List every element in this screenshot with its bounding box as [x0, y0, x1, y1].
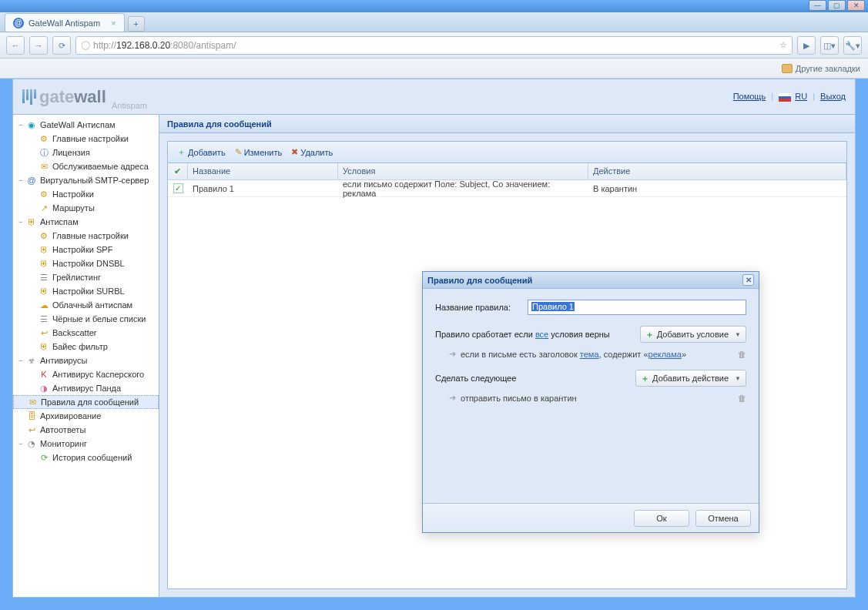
add-condition-button[interactable]: ＋ Добавить условие ▼	[640, 326, 746, 343]
tree-node-icon: ☰	[38, 313, 50, 325]
tree-toggle-icon[interactable]: −	[16, 357, 25, 364]
sidebar-item-15[interactable]: ↩Backscatter	[13, 326, 159, 340]
sidebar-item-8[interactable]: ⚙Главные настройки	[13, 229, 159, 243]
sidebar-item-16[interactable]: ⛨Байес фильтр	[13, 340, 159, 354]
help-link[interactable]: Помощь	[733, 92, 766, 101]
sidebar-item-label: Виртуальный SMTP-сервер	[40, 176, 149, 185]
sidebar-item-14[interactable]: ☰Чёрные и белые списки	[13, 312, 159, 326]
sidebar-item-2[interactable]: ⓘЛицензия	[13, 146, 159, 159]
delete-condition-icon[interactable]: 🗑	[738, 350, 746, 359]
page-menu-button[interactable]: ◫▾	[820, 36, 839, 55]
tree-toggle-icon[interactable]: −	[16, 440, 25, 447]
rule-name-value: Правило 1	[531, 302, 575, 311]
sidebar-item-label: Правила для сообщений	[41, 397, 139, 407]
go-button[interactable]: ▶	[797, 36, 816, 55]
tree-node-icon: ☰	[38, 271, 50, 283]
rule-modal: Правило для сообщений ✕ Название правила…	[422, 271, 759, 533]
sidebar-item-7[interactable]: −⛨Антиспам	[13, 215, 159, 229]
tree-node-icon: ☁	[38, 299, 50, 311]
sidebar-item-23[interactable]: −◔Мониторинг	[13, 437, 159, 451]
sidebar-item-label: Антивирус Панда	[52, 384, 121, 393]
rules-panel: ＋Добавить ✎Изменить ✖Удалить ✔ Название …	[167, 141, 847, 589]
sidebar-item-label: Грейлистинг	[52, 273, 101, 282]
header-field-link[interactable]: тема	[580, 350, 599, 359]
ok-button[interactable]: Ок	[634, 510, 689, 527]
modal-header[interactable]: Правило для сообщений ✕	[423, 272, 759, 289]
back-button[interactable]: ←	[6, 36, 25, 55]
tree-node-icon: ◑	[38, 382, 50, 394]
browser-navbar: ← → ⟳ ◯ http://192.168.0.20:8080/antispa…	[0, 32, 868, 59]
tree-node-icon: ⓘ	[38, 146, 50, 159]
sidebar-item-19[interactable]: ◑Антивирус Панда	[13, 381, 159, 395]
wrench-menu-button[interactable]: 🔧▾	[843, 36, 862, 55]
tree-node-icon: ⚙	[38, 230, 50, 242]
sidebar-item-label: Настройки DNSBL	[52, 259, 125, 268]
sidebar-item-24[interactable]: ⟳История сообщений	[13, 451, 159, 464]
sidebar-item-11[interactable]: ☰Грейлистинг	[13, 270, 159, 284]
sidebar-item-6[interactable]: ↗Маршруты	[13, 201, 159, 215]
sidebar-item-20[interactable]: ✉Правила для сообщений	[13, 395, 159, 409]
rule-name-input[interactable]: Правило 1	[528, 300, 746, 315]
action-section-label: Сделать следующее	[435, 374, 516, 383]
tree-node-icon: ⚙	[38, 188, 50, 200]
browser-tab[interactable]: @ GateWall Antispam ×	[5, 13, 125, 32]
reload-button[interactable]: ⟳	[52, 36, 71, 55]
sidebar-item-13[interactable]: ☁Облачный антиспам	[13, 298, 159, 312]
add-action-button[interactable]: ＋ Добавить действие ▼	[635, 370, 746, 387]
sidebar-item-label: Байес фильтр	[52, 342, 108, 351]
sidebar-item-22[interactable]: ↩Автоответы	[13, 423, 159, 437]
tree-node-icon: ⛨	[38, 340, 50, 353]
sidebar-item-17[interactable]: −☣Антивирусы	[13, 354, 159, 367]
tree-node-icon: ↩	[38, 327, 50, 339]
url-bar[interactable]: ◯ http://192.168.0.20:8080/antispam/ ☆	[75, 36, 793, 55]
app-frame: gatewall Antispam Помощь | RU | Выход −◉…	[12, 79, 856, 598]
plus-icon: ＋	[641, 373, 649, 384]
panel-title: Правила для сообщений	[159, 115, 855, 133]
close-window-button[interactable]: ✕	[847, 0, 865, 11]
add-action-label: Добавить действие	[652, 374, 729, 383]
cancel-button[interactable]: Отмена	[695, 510, 751, 527]
sidebar-item-5[interactable]: ⚙Настройки	[13, 187, 159, 201]
sidebar-item-10[interactable]: ⛨Настройки DNSBL	[13, 256, 159, 270]
bookmark-star-icon[interactable]: ☆	[779, 40, 787, 50]
sidebar-item-12[interactable]: ⛨Настройки SURBL	[13, 284, 159, 298]
sidebar-item-4[interactable]: −@Виртуальный SMTP-сервер	[13, 173, 159, 187]
sidebar-item-1[interactable]: ⚙Главные настройки	[13, 132, 159, 146]
tree-toggle-icon[interactable]: −	[16, 176, 25, 184]
rule-name-label: Название правила:	[435, 303, 528, 312]
logout-link[interactable]: Выход	[820, 92, 846, 101]
modal-close-button[interactable]: ✕	[742, 274, 754, 286]
sidebar-item-label: Антивирусы	[40, 356, 87, 365]
value-link[interactable]: реклама	[648, 350, 682, 359]
sidebar-item-9[interactable]: ⛨Настройки SPF	[13, 243, 159, 256]
tree-node-icon: ⟳	[38, 451, 50, 464]
language-link[interactable]: RU	[795, 92, 807, 101]
sidebar-tree[interactable]: −◉GateWall Антиспам⚙Главные настройкиⓘЛи…	[13, 115, 159, 597]
sidebar-item-label: Мониторинг	[40, 439, 87, 448]
tree-toggle-icon[interactable]: −	[16, 121, 25, 129]
maximize-button[interactable]: ▢	[828, 0, 846, 11]
sidebar-item-21[interactable]: 🗄Архивирование	[13, 409, 159, 423]
sidebar-item-label: Облачный антиспам	[52, 300, 132, 310]
add-condition-label: Добавить условие	[657, 330, 729, 339]
sidebar-item-18[interactable]: KАнтивирус Касперского	[13, 367, 159, 381]
delete-action-icon[interactable]: 🗑	[738, 394, 746, 403]
sidebar-item-0[interactable]: −◉GateWall Антиспам	[13, 118, 159, 132]
tab-close-icon[interactable]: ×	[111, 18, 116, 28]
tree-node-icon: ✉	[26, 396, 39, 408]
minimize-button[interactable]: —	[809, 0, 826, 11]
sidebar-item-label: Архивирование	[40, 411, 101, 421]
folder-icon	[782, 64, 793, 73]
modal-overlay: Правило для сообщений ✕ Название правила…	[168, 142, 846, 588]
all-conditions-link[interactable]: все	[535, 330, 548, 339]
forward-button[interactable]: →	[29, 36, 48, 55]
sidebar-item-label: Чёрные и белые списки	[52, 314, 146, 323]
tree-toggle-icon[interactable]: −	[16, 218, 25, 226]
tree-node-icon: ✉	[38, 160, 50, 173]
modal-title: Правило для сообщений	[427, 276, 532, 285]
url-text: http://192.168.0.20:8080/antispam/	[93, 40, 776, 51]
sidebar-item-3[interactable]: ✉Обслуживаемые адреса	[13, 159, 159, 173]
other-bookmarks-link[interactable]: Другие закладки	[782, 64, 860, 73]
app-logo: gatewall Antispam	[22, 87, 106, 107]
new-tab-button[interactable]: +	[128, 16, 145, 32]
